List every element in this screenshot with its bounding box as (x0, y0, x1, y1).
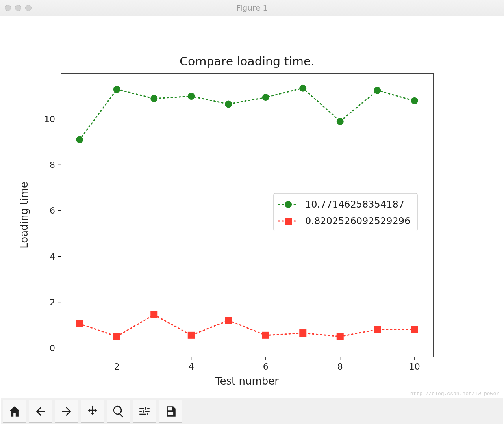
save-button[interactable] (159, 400, 182, 423)
svg-rect-46 (285, 218, 292, 225)
svg-text:6: 6 (263, 362, 269, 372)
svg-text:10: 10 (409, 362, 420, 372)
window-titlebar: Figure 1 (0, 0, 504, 16)
chart-title: Compare loading time. (180, 54, 315, 68)
save-icon (164, 405, 177, 418)
svg-rect-36 (188, 332, 195, 339)
svg-text:0: 0 (50, 343, 55, 353)
svg-text:8: 8 (337, 362, 343, 372)
svg-rect-40 (337, 333, 344, 340)
svg-point-27 (225, 100, 232, 108)
configure-subplots-button[interactable] (133, 400, 156, 423)
move-icon (86, 405, 99, 418)
svg-point-28 (262, 94, 269, 101)
svg-point-44 (285, 201, 292, 208)
svg-rect-39 (299, 329, 306, 337)
pan-button[interactable] (81, 400, 104, 423)
svg-text:8: 8 (50, 160, 55, 170)
figure-canvas: 2468100246810Compare loading time.Test n… (0, 16, 504, 398)
svg-rect-42 (411, 326, 418, 333)
forward-button[interactable] (55, 400, 78, 423)
arrow-right-icon (60, 405, 73, 418)
svg-rect-38 (262, 332, 269, 339)
svg-point-30 (337, 118, 344, 125)
svg-text:2: 2 (114, 362, 120, 372)
svg-text:2: 2 (50, 298, 55, 307)
zoom-icon (112, 405, 125, 418)
window-title: Figure 1 (0, 3, 504, 13)
svg-point-25 (150, 95, 158, 102)
matplotlib-toolbar (1, 398, 503, 424)
y-axis-label: Loading time (18, 182, 30, 249)
chart-svg: 2468100246810Compare loading time.Test n… (0, 16, 504, 398)
sliders-icon (138, 405, 151, 418)
minimize-icon[interactable] (15, 5, 21, 11)
svg-rect-37 (225, 317, 232, 324)
svg-text:4: 4 (50, 252, 55, 262)
svg-rect-41 (374, 326, 381, 333)
svg-text:4: 4 (189, 362, 194, 372)
svg-rect-33 (76, 320, 83, 327)
zoom-button[interactable] (107, 400, 130, 423)
arrow-left-icon (34, 405, 47, 418)
svg-point-24 (113, 86, 120, 93)
home-button[interactable] (3, 400, 26, 423)
svg-point-32 (411, 97, 418, 104)
legend-label: 10.77146258354187 (305, 199, 404, 210)
svg-point-23 (76, 136, 83, 143)
back-button[interactable] (29, 400, 52, 423)
window-controls (0, 5, 32, 11)
x-axis-label: Test number (215, 375, 279, 387)
maximize-icon[interactable] (25, 5, 32, 11)
svg-text:10: 10 (44, 114, 55, 124)
home-icon (8, 405, 21, 418)
svg-point-31 (374, 87, 381, 94)
svg-rect-35 (150, 311, 158, 318)
legend-label: 0.8202526092529296 (305, 216, 410, 227)
svg-point-29 (299, 85, 306, 92)
svg-rect-34 (113, 333, 120, 340)
svg-point-26 (188, 93, 195, 100)
svg-text:6: 6 (50, 206, 55, 216)
close-icon[interactable] (5, 5, 11, 11)
